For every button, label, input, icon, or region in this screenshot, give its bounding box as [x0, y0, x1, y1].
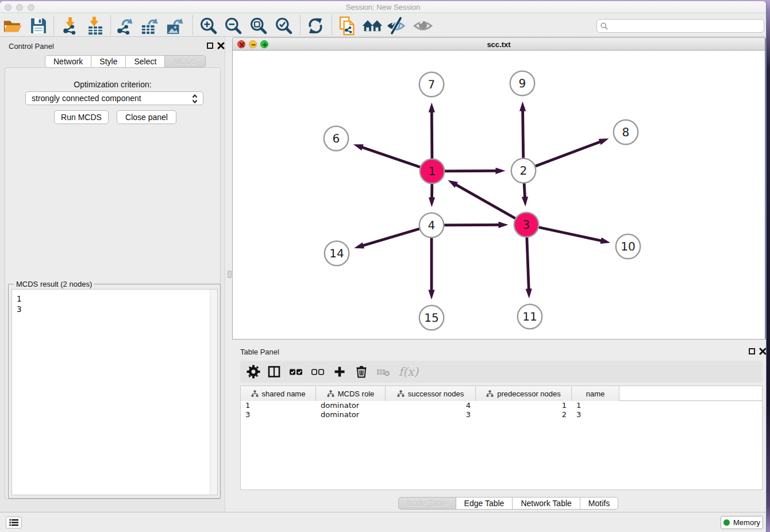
import-table-icon[interactable] — [86, 17, 105, 35]
delete-table-icon[interactable] — [374, 363, 392, 381]
tab-select[interactable]: Select — [126, 55, 165, 68]
export-network-icon[interactable] — [115, 17, 134, 35]
tab-network-table[interactable]: Network Table — [513, 497, 580, 510]
node-label-4: 4 — [428, 218, 436, 232]
show-eye-icon[interactable] — [413, 17, 433, 35]
column-type-icon — [327, 390, 334, 397]
home-icon[interactable] — [363, 17, 382, 35]
cell-name: 3 — [576, 410, 614, 419]
column-header-predecessor-nodes[interactable]: predecessor nodes — [476, 386, 572, 401]
network-view-window: scc.txt 7968124314101511 — [232, 37, 766, 340]
trash-icon[interactable] — [352, 363, 371, 381]
network-graph: 7968124314101511 — [233, 51, 765, 339]
control-panel-tabs: NetworkStyleSelectMCDS — [45, 55, 206, 68]
column-header-name[interactable]: name — [572, 386, 619, 401]
column-header-shared-name[interactable]: shared name — [241, 386, 316, 401]
arrowhead-2-9 — [519, 101, 526, 111]
toolbar-separator — [192, 16, 193, 35]
arrowhead-4-15 — [428, 290, 434, 300]
zoom-fit-icon[interactable] — [249, 17, 268, 35]
memory-button[interactable]: Memory — [721, 516, 763, 529]
cell-successor_nodes: 4 — [390, 401, 471, 410]
tab-node-table[interactable]: Node Table — [398, 497, 456, 510]
open-folder-icon[interactable] — [3, 17, 22, 35]
export-image-icon[interactable] — [165, 17, 185, 35]
mcds-result-textarea[interactable]: 1 3 — [11, 289, 218, 495]
gear-icon[interactable] — [244, 363, 263, 381]
refresh-icon[interactable] — [306, 17, 325, 35]
close-table-panel-icon[interactable] — [759, 348, 767, 355]
node-label-11: 11 — [522, 310, 537, 323]
arrowhead-1-6 — [353, 144, 364, 151]
arrowhead-2-3 — [522, 196, 528, 206]
tab-style[interactable]: Style — [91, 55, 126, 68]
table-panel: Table Panel — [232, 344, 766, 511]
float-panel-icon[interactable] — [207, 43, 213, 49]
toolbar-separator — [332, 16, 332, 35]
combobox-spinner-icon — [191, 93, 199, 105]
fx-icon: f(x) — [396, 363, 421, 381]
network-manager-icon[interactable] — [337, 17, 357, 35]
result-scrollbar[interactable] — [210, 290, 217, 495]
select-all-icon[interactable] — [287, 363, 305, 381]
vertical-splitter-handle[interactable] — [228, 271, 232, 278]
arrowhead-4-14 — [354, 242, 364, 249]
column-type-icon — [486, 390, 494, 397]
arrowhead-1-2 — [495, 168, 505, 174]
cell-predecessor_nodes: 1 — [480, 401, 567, 410]
hide-eye-icon[interactable] — [386, 17, 406, 35]
close-panel-icon[interactable] — [217, 42, 225, 49]
search-icon — [600, 22, 608, 30]
network-canvas[interactable]: 7968124314101511 — [233, 51, 765, 339]
search-input[interactable] — [610, 20, 759, 32]
node-label-15: 15 — [424, 311, 438, 325]
column-type-icon — [251, 390, 259, 397]
tab-mcds[interactable]: MCDS — [165, 55, 205, 68]
cell-mcds_role: dominator — [321, 401, 380, 410]
tab-edge-table[interactable]: Edge Table — [456, 497, 513, 510]
mcds-result-title: MCDS result (2 nodes) — [14, 280, 94, 288]
cell-successor_nodes: 3 — [390, 410, 471, 419]
tab-motifs[interactable]: Motifs — [580, 497, 618, 510]
cell-name: 1 — [576, 401, 614, 410]
node-label-8: 8 — [622, 125, 630, 139]
node-label-1: 1 — [429, 164, 436, 178]
unselect-all-icon[interactable] — [309, 363, 327, 381]
cell-predecessor_nodes: 2 — [480, 410, 567, 419]
search-box — [596, 19, 764, 33]
column-header-successor-nodes[interactable]: successor nodes — [386, 386, 476, 401]
optimization-combobox[interactable]: strongly connected component — [25, 91, 203, 105]
columns-icon[interactable] — [265, 363, 283, 381]
arrowhead-3-10 — [600, 237, 610, 244]
plus-icon[interactable] — [330, 363, 349, 381]
save-icon[interactable] — [29, 17, 48, 35]
network-window-titlebar[interactable]: scc.txt — [233, 38, 765, 51]
node-table: shared nameMCDS rolesuccessor nodesprede… — [240, 385, 763, 490]
export-table-icon[interactable] — [140, 17, 160, 35]
table-panel-tabs: Node TableEdge TableNetwork TableMotifs — [398, 497, 618, 510]
zoom-in-icon[interactable] — [199, 17, 218, 35]
run-mcds-button[interactable]: Run MCDS — [54, 110, 109, 124]
app-window: Session: New Session — [0, 1, 767, 532]
node-label-6: 6 — [333, 132, 340, 145]
cell-shared_name: 1 — [245, 401, 311, 410]
node-label-2: 2 — [520, 164, 528, 178]
column-type-icon — [397, 390, 405, 397]
task-history-icon[interactable] — [6, 516, 22, 529]
optimization-label: Optimization criterion: — [0, 80, 225, 89]
table-row[interactable]: 3dominator323 — [241, 410, 762, 419]
status-bar: Memory — [0, 512, 766, 532]
import-network-icon[interactable] — [60, 17, 80, 35]
tab-network[interactable]: Network — [45, 55, 91, 68]
zoom-out-icon[interactable] — [224, 17, 243, 35]
table-toolbar: f(x) — [240, 361, 763, 383]
table-row[interactable]: 1dominator411 — [241, 401, 762, 410]
mcds-result-group: MCDS result (2 nodes) 1 3 — [8, 284, 221, 499]
session-title: Session: New Session — [0, 3, 766, 11]
column-header-MCDS-role[interactable]: MCDS role — [316, 386, 386, 401]
float-table-panel-icon[interactable] — [749, 348, 755, 354]
close-panel-button[interactable]: Close panel — [117, 110, 176, 124]
cell-mcds_role: dominator — [321, 410, 380, 419]
optimization-combobox-value: strongly connected component — [32, 94, 141, 103]
zoom-selected-icon[interactable] — [274, 17, 294, 35]
